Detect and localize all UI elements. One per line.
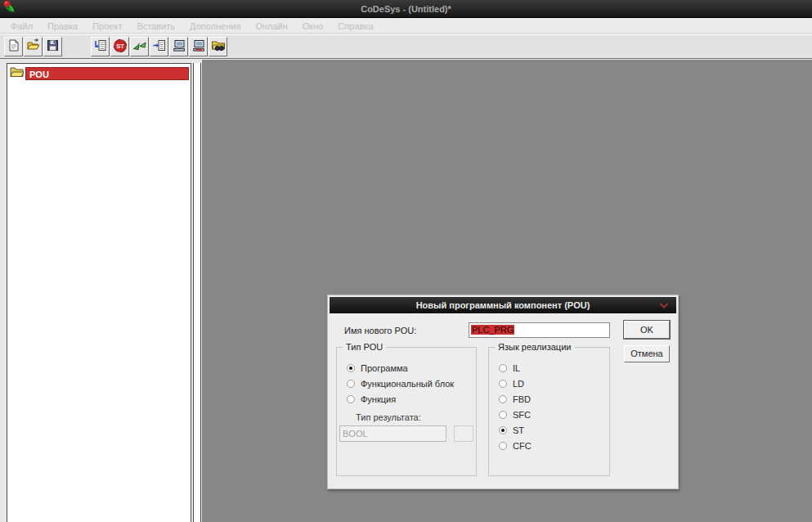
ok-button[interactable]: OK <box>624 321 670 339</box>
tree-scrollbar[interactable] <box>193 63 201 522</box>
radio-icon <box>499 380 507 388</box>
menu-insert[interactable]: Вставить <box>129 21 182 31</box>
menu-project[interactable]: Проект <box>85 21 129 31</box>
pou-type-group-label: Тип POU <box>343 342 386 352</box>
radio-fbd[interactable]: FBD <box>489 391 609 407</box>
computer-logout-icon <box>191 38 206 55</box>
window-title: CoDeSys - (Untitled)* <box>0 4 812 14</box>
new-document-icon <box>7 38 20 55</box>
st-editor-button[interactable]: ST <box>110 37 129 56</box>
green-arrows-icon <box>132 38 147 55</box>
insert-document-icon <box>152 38 166 55</box>
menu-window[interactable]: Окно <box>295 21 331 31</box>
st-stop-icon: ST <box>113 38 128 56</box>
new-pou-dialog: Новый программный компонент (POU) Имя но… <box>327 295 679 489</box>
radio-icon <box>499 411 507 419</box>
pou-name-value: PLC_PRG <box>471 325 514 335</box>
codesys-logo-icon <box>3 0 16 17</box>
insert-pou-button[interactable] <box>150 37 168 56</box>
radio-icon <box>499 442 507 450</box>
menu-file[interactable]: Файл <box>3 21 40 31</box>
cancel-button[interactable]: Отмена <box>624 345 670 362</box>
tree-item-pou[interactable]: POU <box>10 66 189 80</box>
window-titlebar: CoDeSys - (Untitled)* <box>0 0 812 18</box>
dialog-title: Новый программный компонент (POU) <box>416 300 590 310</box>
chevron-down-icon[interactable] <box>659 303 669 308</box>
radio-icon <box>499 426 507 434</box>
open-file-button[interactable] <box>24 37 43 56</box>
radio-ld[interactable]: LD <box>489 376 609 391</box>
pou-name-label: Имя нового POU: <box>344 326 416 335</box>
computer-login-icon <box>172 38 186 55</box>
logout-button[interactable] <box>189 37 208 56</box>
menu-help[interactable]: Справка <box>330 21 380 31</box>
open-folder-icon <box>26 38 40 55</box>
pou-name-input[interactable]: PLC_PRG <box>469 322 610 338</box>
language-group: Язык реализации IL LD FBD SFC <box>488 347 610 476</box>
radio-function[interactable]: Функция <box>337 391 476 407</box>
radio-icon <box>347 380 355 388</box>
declaration-editor-button[interactable] <box>91 37 110 56</box>
new-file-button[interactable] <box>4 37 23 56</box>
radio-icon <box>347 395 355 403</box>
radio-sfc[interactable]: SFC <box>489 407 609 422</box>
radio-il[interactable]: IL <box>489 360 609 376</box>
save-floppy-icon <box>46 38 60 55</box>
radio-icon <box>347 364 355 372</box>
radio-program[interactable]: Программа <box>337 360 476 376</box>
radio-cfc[interactable]: CFC <box>489 438 609 453</box>
radio-function-block[interactable]: Функциональный блок <box>337 376 476 391</box>
result-type-input[interactable]: BOOL <box>339 425 446 442</box>
result-type-label: Тип результата: <box>356 412 476 422</box>
menu-online[interactable]: Онлайн <box>248 21 294 31</box>
menu-bar: Файл Правка Проект Вставить Дополнения О… <box>0 19 812 34</box>
radio-icon <box>499 364 507 372</box>
library-manager-button[interactable] <box>209 37 227 56</box>
result-type-browse-button[interactable] <box>454 425 473 442</box>
pou-type-group: Тип POU Программа Функциональный блок Фу… <box>336 347 477 476</box>
library-search-icon <box>211 38 226 55</box>
tree-item-label: POU <box>25 67 189 80</box>
radio-st[interactable]: ST <box>489 422 609 438</box>
folder-icon <box>10 66 24 81</box>
build-button[interactable] <box>130 37 149 56</box>
radio-icon <box>499 395 507 403</box>
svg-text:ST: ST <box>116 43 124 50</box>
toolbar: ST <box>0 34 812 59</box>
menu-extras[interactable]: Дополнения <box>182 21 248 31</box>
pou-tree-panel: POU <box>7 63 191 522</box>
document-arrow-icon <box>93 38 107 55</box>
menu-edit[interactable]: Правка <box>40 21 85 31</box>
login-button[interactable] <box>169 37 188 56</box>
dialog-titlebar[interactable]: Новый программный компонент (POU) <box>330 297 676 313</box>
language-group-label: Язык реализации <box>495 342 574 352</box>
save-file-button[interactable] <box>43 37 62 56</box>
